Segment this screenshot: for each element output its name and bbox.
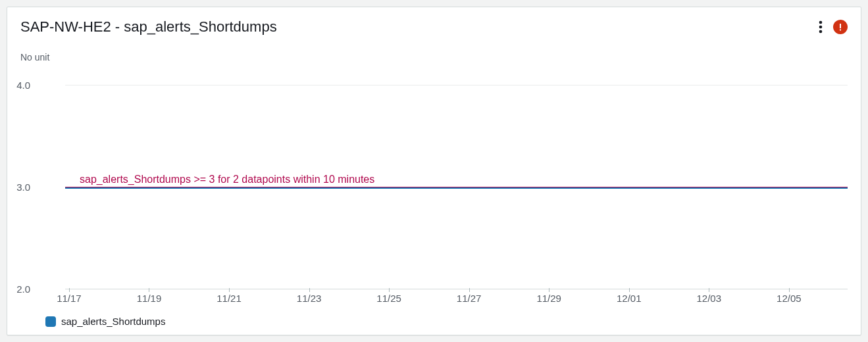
svg-rect-3 [840,24,841,28]
x-tick-label: 12/03 [697,293,722,304]
widget-menu-button[interactable] [815,16,827,37]
x-tick-mark [549,288,549,292]
x-tick-mark [69,288,70,292]
y-axis-unit-label: No unit [7,40,861,62]
y-axis: 2.03.04.0 [20,85,60,289]
alarm-threshold-label: sap_alerts_Shortdumps >= 3 for 2 datapoi… [65,174,374,187]
x-tick-label: 11/17 [57,293,82,304]
x-tick-mark [629,288,630,292]
x-tick-label: 11/27 [457,293,482,304]
x-tick-label: 11/21 [217,293,242,304]
x-axis: 11/1711/1911/2111/2311/2511/2711/2912/01… [65,290,848,308]
y-tick-label: 2.0 [16,283,30,295]
legend-series-label: sap_alerts_Shortdumps [61,316,165,327]
x-tick-mark [229,288,230,292]
gridline [65,85,848,86]
svg-point-2 [819,30,823,34]
kebab-icon [819,20,823,34]
x-tick-mark [149,288,149,292]
y-tick-label: 4.0 [16,80,30,91]
x-tick-label: 11/25 [376,293,401,304]
x-tick-mark [469,288,470,292]
x-tick-mark [309,288,310,292]
x-tick-mark [709,288,709,292]
plot-area: sap_alerts_Shortdumps >= 3 for 2 datapoi… [65,85,848,289]
series-line [65,187,848,189]
x-tick-mark [389,288,390,292]
legend-swatch [45,316,56,327]
x-tick-label: 11/23 [297,293,322,304]
svg-point-1 [819,26,823,29]
x-tick-label: 12/01 [617,293,642,304]
exclamation-icon [836,22,845,32]
plot-area-wrapper: 2.03.04.0 sap_alerts_Shortdumps >= 3 for… [20,85,848,289]
alarm-status-icon[interactable] [833,20,848,34]
svg-rect-4 [840,30,841,31]
legend[interactable]: sap_alerts_Shortdumps [45,316,165,327]
card-header: SAP-NW-HE2 - sap_alerts_Shortdumps [7,7,861,40]
chart-card: SAP-NW-HE2 - sap_alerts_Shortdumps No un… [7,7,861,335]
card-title: SAP-NW-HE2 - sap_alerts_Shortdumps [20,18,815,36]
x-tick-mark [789,288,790,292]
x-tick-label: 11/19 [137,293,162,304]
svg-point-0 [819,21,823,24]
x-tick-label: 11/29 [536,293,561,304]
x-tick-label: 12/05 [777,293,802,304]
y-tick-label: 3.0 [16,182,30,193]
gridline [65,289,848,289]
